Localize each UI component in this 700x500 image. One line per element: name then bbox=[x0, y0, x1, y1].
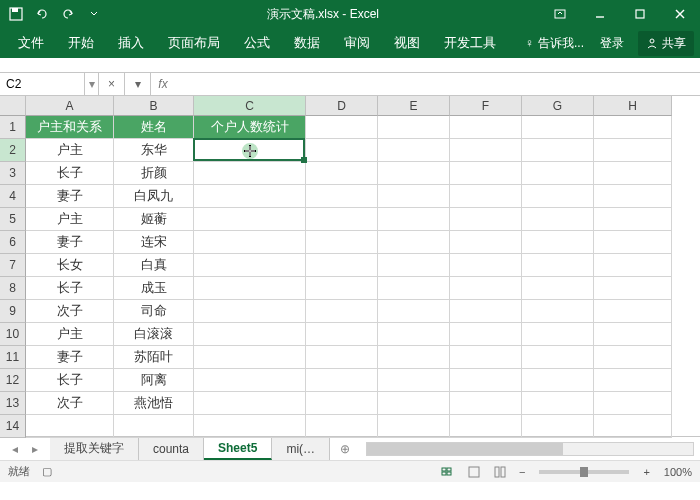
ribbon-options-icon[interactable] bbox=[540, 0, 580, 28]
row-header-12[interactable]: 12 bbox=[0, 369, 26, 392]
row-header-14[interactable]: 14 bbox=[0, 415, 26, 438]
qat-dropdown-icon[interactable] bbox=[82, 2, 106, 26]
cell-C11[interactable] bbox=[194, 346, 306, 369]
cell-E6[interactable] bbox=[378, 231, 450, 254]
cell-B5[interactable]: 姬蘅 bbox=[114, 208, 194, 231]
cell-C7[interactable] bbox=[194, 254, 306, 277]
cell-H10[interactable] bbox=[594, 323, 672, 346]
cell-G5[interactable] bbox=[522, 208, 594, 231]
cell-D10[interactable] bbox=[306, 323, 378, 346]
cell-D5[interactable] bbox=[306, 208, 378, 231]
col-header-E[interactable]: E bbox=[378, 96, 450, 116]
row-header-7[interactable]: 7 bbox=[0, 254, 26, 277]
cell-C12[interactable] bbox=[194, 369, 306, 392]
cell-H11[interactable] bbox=[594, 346, 672, 369]
share-button[interactable]: 共享 bbox=[638, 31, 694, 56]
tab-view[interactable]: 视图 bbox=[382, 28, 432, 58]
cell-D7[interactable] bbox=[306, 254, 378, 277]
tab-file[interactable]: 文件 bbox=[6, 28, 56, 58]
normal-view-icon[interactable] bbox=[437, 464, 459, 480]
cell-B6[interactable]: 连宋 bbox=[114, 231, 194, 254]
cell-G9[interactable] bbox=[522, 300, 594, 323]
cell-E14[interactable] bbox=[378, 415, 450, 438]
cell-H4[interactable] bbox=[594, 185, 672, 208]
row-header-13[interactable]: 13 bbox=[0, 392, 26, 415]
cell-A10[interactable]: 户主 bbox=[26, 323, 114, 346]
cell-A4[interactable]: 妻子 bbox=[26, 185, 114, 208]
cell-F3[interactable] bbox=[450, 162, 522, 185]
tab-review[interactable]: 审阅 bbox=[332, 28, 382, 58]
cell-G1[interactable] bbox=[522, 116, 594, 139]
cell-D1[interactable] bbox=[306, 116, 378, 139]
cell-G4[interactable] bbox=[522, 185, 594, 208]
cell-D4[interactable] bbox=[306, 185, 378, 208]
col-header-G[interactable]: G bbox=[522, 96, 594, 116]
cell-E4[interactable] bbox=[378, 185, 450, 208]
name-box-dropdown-icon[interactable]: ▾ bbox=[85, 73, 99, 95]
cell-B10[interactable]: 白滚滚 bbox=[114, 323, 194, 346]
cell-D3[interactable] bbox=[306, 162, 378, 185]
col-header-A[interactable]: A bbox=[26, 96, 114, 116]
col-header-F[interactable]: F bbox=[450, 96, 522, 116]
tab-data[interactable]: 数据 bbox=[282, 28, 332, 58]
cell-A8[interactable]: 长子 bbox=[26, 277, 114, 300]
cell-B13[interactable]: 燕池悟 bbox=[114, 392, 194, 415]
col-header-B[interactable]: B bbox=[114, 96, 194, 116]
cell-C5[interactable] bbox=[194, 208, 306, 231]
cell-D13[interactable] bbox=[306, 392, 378, 415]
row-header-2[interactable]: 2 bbox=[0, 139, 26, 162]
cell-E5[interactable] bbox=[378, 208, 450, 231]
row-header-6[interactable]: 6 bbox=[0, 231, 26, 254]
cell-F11[interactable] bbox=[450, 346, 522, 369]
col-header-D[interactable]: D bbox=[306, 96, 378, 116]
cell-D2[interactable] bbox=[306, 139, 378, 162]
page-break-view-icon[interactable] bbox=[489, 464, 511, 480]
cell-D11[interactable] bbox=[306, 346, 378, 369]
cell-D6[interactable] bbox=[306, 231, 378, 254]
tab-formula[interactable]: 公式 bbox=[232, 28, 282, 58]
cell-G11[interactable] bbox=[522, 346, 594, 369]
tab-insert[interactable]: 插入 bbox=[106, 28, 156, 58]
cell-B3[interactable]: 折颜 bbox=[114, 162, 194, 185]
row-header-4[interactable]: 4 bbox=[0, 185, 26, 208]
cell-C6[interactable] bbox=[194, 231, 306, 254]
page-layout-view-icon[interactable] bbox=[463, 464, 485, 480]
cell-F1[interactable] bbox=[450, 116, 522, 139]
login-button[interactable]: 登录 bbox=[600, 35, 624, 52]
col-header-H[interactable]: H bbox=[594, 96, 672, 116]
cell-F6[interactable] bbox=[450, 231, 522, 254]
macro-record-icon[interactable]: ▢ bbox=[42, 465, 52, 478]
select-all-corner[interactable] bbox=[0, 96, 26, 116]
cell-H7[interactable] bbox=[594, 254, 672, 277]
cell-E7[interactable] bbox=[378, 254, 450, 277]
cell-F14[interactable] bbox=[450, 415, 522, 438]
cell-C8[interactable] bbox=[194, 277, 306, 300]
cell-A11[interactable]: 妻子 bbox=[26, 346, 114, 369]
cell-H1[interactable] bbox=[594, 116, 672, 139]
cell-C13[interactable] bbox=[194, 392, 306, 415]
cell-E10[interactable] bbox=[378, 323, 450, 346]
cell-F12[interactable] bbox=[450, 369, 522, 392]
cell-A7[interactable]: 长女 bbox=[26, 254, 114, 277]
cell-B2[interactable]: 东华 bbox=[114, 139, 194, 162]
cell-C9[interactable] bbox=[194, 300, 306, 323]
cell-E3[interactable] bbox=[378, 162, 450, 185]
cell-H14[interactable] bbox=[594, 415, 672, 438]
cell-H13[interactable] bbox=[594, 392, 672, 415]
tab-home[interactable]: 开始 bbox=[56, 28, 106, 58]
row-header-11[interactable]: 11 bbox=[0, 346, 26, 369]
cell-B11[interactable]: 苏陌叶 bbox=[114, 346, 194, 369]
row-header-10[interactable]: 10 bbox=[0, 323, 26, 346]
cell-H2[interactable] bbox=[594, 139, 672, 162]
cell-A12[interactable]: 长子 bbox=[26, 369, 114, 392]
cell-G2[interactable] bbox=[522, 139, 594, 162]
save-icon[interactable] bbox=[4, 2, 28, 26]
sheet-tab-3[interactable]: Sheet5 bbox=[204, 437, 272, 460]
cell-E9[interactable] bbox=[378, 300, 450, 323]
cell-A9[interactable]: 次子 bbox=[26, 300, 114, 323]
cell-A1[interactable]: 户主和关系 bbox=[26, 116, 114, 139]
cell-B12[interactable]: 阿离 bbox=[114, 369, 194, 392]
cell-D9[interactable] bbox=[306, 300, 378, 323]
cell-G13[interactable] bbox=[522, 392, 594, 415]
cell-F9[interactable] bbox=[450, 300, 522, 323]
